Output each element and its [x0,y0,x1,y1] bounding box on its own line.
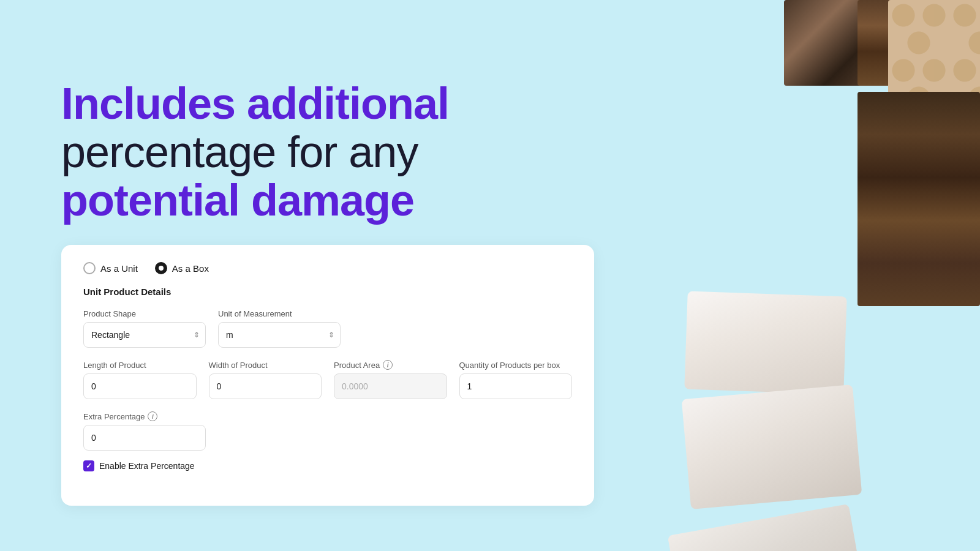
heading-area: Includes additional percentage for any p… [61,80,449,225]
form-card: As a Unit As a Box Unit Product Details … [61,245,594,506]
roll-3 [684,291,846,395]
length-group: Length of Product [83,361,197,399]
width-input[interactable] [209,373,322,399]
form-row-2: Length of Product Width of Product Produ… [83,360,572,399]
product-shape-label: Product Shape [83,309,206,318]
product-area-label: Product Area i [334,360,447,370]
enable-extra-checkbox-item[interactable]: Enable Extra Percentage [83,460,195,471]
product-shape-select[interactable]: Rectangle Square Circle Triangle [83,322,206,348]
wood-floor-image [858,92,980,306]
width-group: Width of Product [209,361,322,399]
length-input[interactable] [83,373,197,399]
radio-as-box[interactable]: As a Box [155,262,209,274]
unit-of-measurement-select[interactable]: m cm mm ft in [218,322,341,348]
extra-percentage-label: Extra Percentage i [83,411,206,421]
heading-line3: potential damage [61,176,449,225]
unit-of-measurement-label: Unit of Measurement [218,309,341,318]
enable-extra-row: Enable Extra Percentage [83,460,195,471]
product-area-info-icon: i [383,360,393,370]
unit-of-measurement-group: Unit of Measurement m cm mm ft in [218,309,341,348]
enable-extra-label: Enable Extra Percentage [99,461,195,471]
product-area-group: Product Area i [334,360,447,399]
radio-group: As a Unit As a Box [83,262,572,274]
roll-1 [668,504,870,551]
product-shape-group: Product Shape Rectangle Square Circle Tr… [83,309,206,348]
product-area-input [334,373,447,399]
product-shape-select-wrapper: Rectangle Square Circle Triangle [83,322,206,348]
section-title: Unit Product Details [83,287,572,297]
quantity-group: Quantity of Products per box [459,361,573,399]
length-label: Length of Product [83,361,197,370]
width-label: Width of Product [209,361,322,370]
extra-percentage-info-icon: i [148,411,157,421]
radio-as-unit[interactable]: As a Unit [83,262,138,274]
enable-extra-checkbox[interactable] [83,460,94,471]
radio-label-box: As a Box [172,263,209,274]
roll-2 [682,384,862,509]
extra-percentage-group: Extra Percentage i [83,411,206,451]
image-collage [662,0,980,324]
quantity-label: Quantity of Products per box [459,361,573,370]
extra-percentage-input[interactable] [83,425,206,451]
heading-line2: percentage for any [61,128,449,176]
form-row-3: Extra Percentage i Enable Extra Percenta… [83,411,572,471]
radio-circle-box [155,262,167,274]
radio-label-unit: As a Unit [100,263,138,274]
rolled-material-image [686,294,919,551]
quantity-input[interactable] [459,373,573,399]
heading-line1: Includes additional [61,80,449,128]
form-row-1: Product Shape Rectangle Square Circle Tr… [83,309,572,348]
radio-circle-unit [83,262,96,274]
unit-of-measurement-select-wrapper: m cm mm ft in [218,322,341,348]
